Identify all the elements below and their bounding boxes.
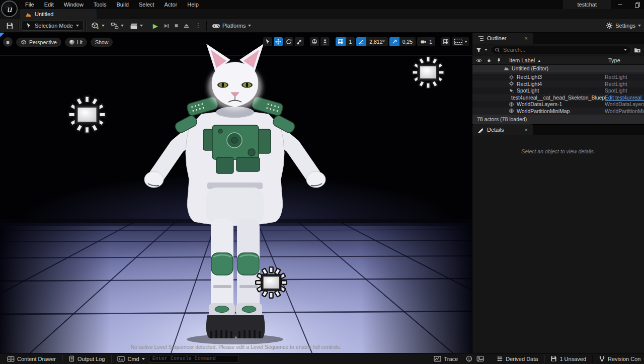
- outliner-row[interactable]: RectLight3RectLight: [472, 74, 644, 81]
- unreal-logo: u: [1, 1, 18, 17]
- camera-speed-control[interactable]: 1: [417, 37, 435, 46]
- rectlight-icon: [509, 74, 514, 80]
- viewport-layout-button[interactable]: [452, 37, 469, 46]
- add-actor-button[interactable]: [88, 20, 108, 31]
- menu-window[interactable]: Window: [59, 1, 89, 9]
- camera-speed-value: 1: [429, 39, 432, 45]
- layout-dashed-icon: [454, 38, 463, 45]
- search-icon: [495, 47, 500, 53]
- scale-tool-button[interactable]: [295, 37, 304, 46]
- world-space-button[interactable]: [310, 37, 319, 46]
- frame-skip-button[interactable]: [160, 22, 172, 29]
- row-type: WorldDataLayers: [605, 101, 644, 107]
- restore-button[interactable]: [632, 1, 642, 8]
- blueprints-button[interactable]: [108, 21, 127, 31]
- screenshot-button[interactable]: [476, 353, 488, 364]
- menu-help[interactable]: Help: [182, 1, 204, 9]
- chevron-down-icon: [638, 25, 641, 27]
- row-type: SpotLight: [605, 87, 644, 94]
- insights-status-button[interactable]: [462, 353, 476, 364]
- select-tool-button[interactable]: [263, 37, 272, 46]
- perspective-cube-icon: [21, 39, 27, 45]
- tab-details[interactable]: Details ×: [472, 124, 533, 135]
- settings-dropdown[interactable]: Settings: [606, 22, 641, 29]
- chevron-down-icon: [464, 41, 467, 43]
- perspective-dropdown[interactable]: Perspective: [16, 38, 61, 47]
- play-options-kebab[interactable]: ⋮: [192, 22, 204, 29]
- chevron-down-icon: [142, 358, 145, 360]
- outliner-row[interactable]: WorldDataLayers-1WorldDataLayers: [472, 101, 644, 108]
- tab-outliner[interactable]: Outliner ×: [472, 33, 533, 44]
- cinematics-icon: [130, 22, 138, 30]
- row-type-edit-link[interactable]: Edit test4unreal__c: [605, 95, 644, 101]
- frame-skip-icon: [163, 23, 170, 29]
- eye-icon[interactable]: [476, 57, 482, 63]
- globe-icon: [509, 108, 514, 114]
- chevron-down-icon: [248, 25, 251, 27]
- minimize-button[interactable]: [615, 1, 625, 8]
- menu-edit[interactable]: Edit: [39, 1, 59, 9]
- rotation-snap-control[interactable]: 2,812°: [356, 37, 387, 46]
- grid-snap-control[interactable]: 1: [336, 37, 355, 46]
- outliner-row[interactable]: RectLight4RectLight: [472, 80, 644, 87]
- surface-snapping-button[interactable]: [320, 37, 330, 46]
- play-button[interactable]: ▶: [150, 22, 160, 30]
- row-label: RectLight4: [517, 81, 542, 87]
- outliner-row[interactable]: SpotLightSpotLight: [472, 87, 644, 95]
- eject-button[interactable]: [181, 22, 192, 29]
- menu-select[interactable]: Select: [134, 1, 159, 9]
- scale-icon: [296, 39, 302, 45]
- scene-render: [0, 33, 472, 353]
- close-icon[interactable]: ×: [525, 127, 528, 133]
- cursor-icon: [26, 23, 32, 29]
- outliner-search-input[interactable]: Search...: [490, 46, 631, 54]
- menu-tools[interactable]: Tools: [89, 1, 112, 9]
- star-icon[interactable]: ★: [487, 57, 492, 64]
- minimize-icon: [618, 5, 622, 5]
- outliner-row[interactable]: test4unreal__cat_head_Skeleton_Blueprint…: [472, 94, 644, 101]
- level-tab-untitled[interactable]: Untitled: [20, 9, 97, 19]
- filter-icon[interactable]: [475, 47, 482, 53]
- viewport-menu-button[interactable]: ≡: [3, 37, 13, 47]
- menu-actor[interactable]: Actor: [159, 1, 183, 9]
- scale-snap-control[interactable]: 0,25: [389, 37, 416, 46]
- menu-file[interactable]: File: [20, 1, 39, 9]
- unsaved-button[interactable]: 1 Unsaved: [546, 353, 590, 364]
- platforms-dropdown[interactable]: Platforms: [209, 21, 254, 31]
- chevron-down-icon[interactable]: [485, 49, 488, 51]
- cinematics-button[interactable]: [127, 21, 146, 31]
- trace-button[interactable]: Trace: [430, 353, 462, 364]
- row-type: RectLight: [605, 74, 644, 80]
- viewport-topleft-controls: ≡ Perspective Lit Show: [3, 37, 113, 47]
- viewport[interactable]: ≡ Perspective Lit Show 1: [0, 33, 472, 353]
- maximize-viewport-button[interactable]: [441, 37, 450, 46]
- selection-mode-dropdown[interactable]: Selection Mode: [21, 21, 84, 31]
- search-placeholder: Search...: [503, 47, 525, 53]
- move-tool-button[interactable]: [274, 37, 283, 46]
- lit-dropdown[interactable]: Lit: [65, 38, 87, 47]
- close-icon[interactable]: ×: [525, 35, 528, 41]
- outliner-row[interactable]: Untitled (Editor): [472, 65, 644, 72]
- new-folder-icon[interactable]: [634, 47, 641, 53]
- console-command-input[interactable]: [149, 355, 238, 362]
- pin-icon[interactable]: [496, 58, 502, 63]
- content-drawer-button[interactable]: Content Drawer: [3, 353, 60, 364]
- details-tab-strip: Details ×: [472, 124, 644, 135]
- menu-build[interactable]: Build: [112, 1, 134, 9]
- cmd-dropdown[interactable]: Cmd: [113, 353, 148, 364]
- output-log-button[interactable]: Output Log: [64, 353, 109, 364]
- save-button[interactable]: [3, 21, 17, 31]
- stop-button[interactable]: ■: [172, 22, 181, 29]
- column-item-label[interactable]: Item Label ▲: [505, 57, 605, 63]
- sort-ascending-icon: ▲: [537, 59, 541, 62]
- move-icon: [275, 39, 281, 45]
- level-icon: [25, 11, 32, 18]
- sequencer-message: No active Level Sequencer detected. Plea…: [0, 344, 472, 350]
- column-type[interactable]: Type: [605, 57, 644, 63]
- rotate-tool-button[interactable]: [284, 37, 293, 46]
- show-dropdown[interactable]: Show: [91, 38, 113, 47]
- outliner-row[interactable]: WorldPartitionMiniMapWorldPartitionMiniM: [472, 108, 644, 115]
- derived-data-button[interactable]: Derived Data: [493, 353, 542, 364]
- platforms-icon: [212, 23, 220, 29]
- revision-control-button[interactable]: Revision Contr: [595, 353, 641, 364]
